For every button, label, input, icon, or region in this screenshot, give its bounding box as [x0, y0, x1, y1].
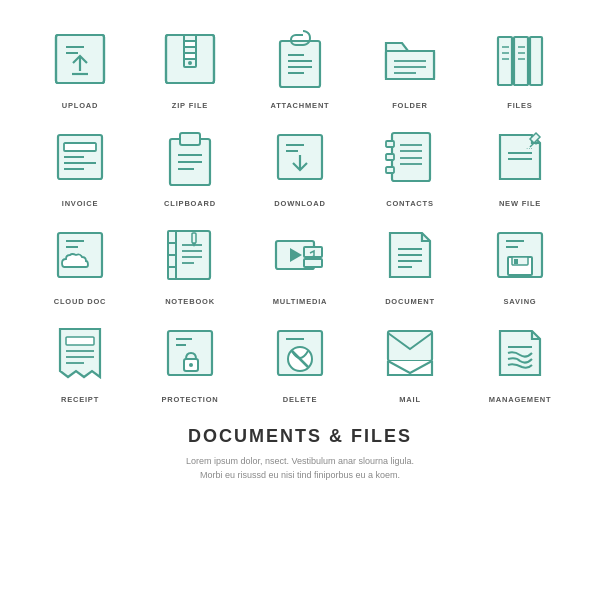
- svg-rect-24: [514, 37, 528, 85]
- icon-saving: SAVING: [470, 218, 570, 306]
- svg-rect-19: [386, 51, 434, 79]
- svg-point-95: [189, 363, 193, 367]
- icon-notebook: NOTEBOOK: [140, 218, 240, 306]
- footer: DOCUMENTS & FILES Lorem ipsum dolor, nse…: [0, 414, 600, 482]
- svg-rect-86: [514, 259, 518, 264]
- svg-rect-76: [304, 259, 322, 267]
- svg-rect-38: [180, 133, 200, 145]
- icon-new-file: ... NEW FILE: [470, 120, 570, 208]
- svg-rect-25: [530, 37, 542, 85]
- icon-clipboard: CLIPBOARD: [140, 120, 240, 208]
- icon-mail: MAIL: [360, 316, 460, 404]
- icon-invoice: INVOICE: [30, 120, 130, 208]
- svg-rect-33: [64, 143, 96, 151]
- icon-cloud-doc: CLOUD DOC: [30, 218, 130, 306]
- svg-text:...: ...: [526, 142, 533, 151]
- svg-rect-71: [192, 233, 196, 243]
- icon-multimedia: MULTIMEDIA: [250, 218, 350, 306]
- icon-upload: UPLOAD: [30, 22, 130, 110]
- icon-zip-file: ZIP FILE: [140, 22, 240, 110]
- svg-rect-47: [386, 141, 394, 147]
- icon-contacts: CONTACTS: [360, 120, 460, 208]
- icon-folder: FOLDER: [360, 22, 460, 110]
- icon-document: DOCUMENT: [360, 218, 460, 306]
- icon-download: DOWNLOAD: [250, 120, 350, 208]
- svg-point-57: [535, 142, 538, 145]
- icons-grid: UPLOAD ZIP FILE: [0, 0, 600, 414]
- icon-management: MANAGEMENT: [470, 316, 570, 404]
- svg-rect-48: [386, 154, 394, 160]
- icon-attachment: ATTACHMENT: [250, 22, 350, 110]
- icon-receipt: RECEIPT: [30, 316, 130, 404]
- icon-files: FILES: [470, 22, 570, 110]
- svg-rect-100: [388, 331, 432, 361]
- icon-delete: DELETE: [250, 316, 350, 404]
- footer-text: Lorem ipsum dolor, nsect. Vestibulum ana…: [40, 455, 560, 482]
- svg-rect-49: [386, 167, 394, 173]
- svg-rect-87: [66, 337, 94, 345]
- icon-protection: PROTECTION: [140, 316, 240, 404]
- svg-point-13: [188, 61, 192, 65]
- svg-rect-23: [498, 37, 512, 85]
- svg-rect-46: [392, 133, 430, 181]
- footer-title: DOCUMENTS & FILES: [40, 426, 560, 447]
- svg-rect-14: [280, 41, 320, 87]
